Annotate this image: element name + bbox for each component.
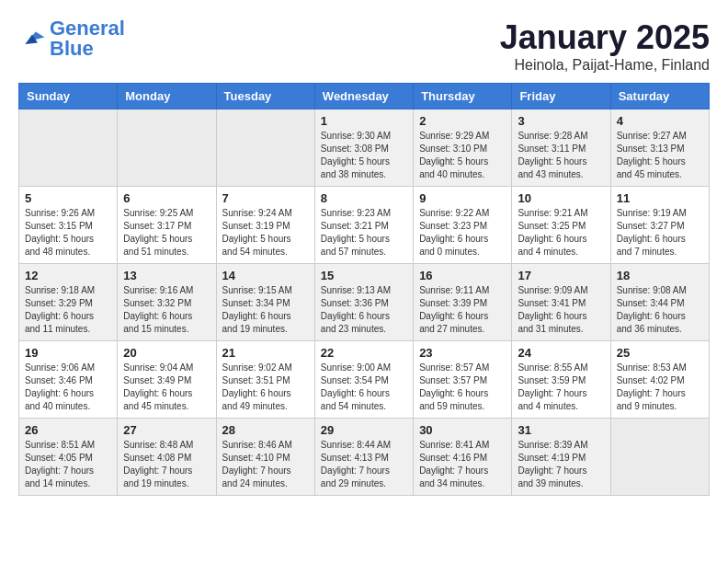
day-number: 1	[321, 114, 407, 128]
day-info: Sunrise: 8:51 AM Sunset: 4:05 PM Dayligh…	[25, 439, 111, 490]
calendar-day-cell: 21Sunrise: 9:02 AM Sunset: 3:51 PM Dayli…	[216, 341, 314, 419]
weekday-header-friday: Friday	[512, 84, 610, 109]
calendar-day-cell: 13Sunrise: 9:16 AM Sunset: 3:32 PM Dayli…	[118, 264, 216, 341]
day-number: 30	[419, 423, 506, 437]
day-info: Sunrise: 9:19 AM Sunset: 3:27 PM Dayligh…	[617, 207, 703, 259]
day-number: 17	[518, 269, 604, 282]
day-info: Sunrise: 9:22 AM Sunset: 3:23 PM Dayligh…	[419, 207, 506, 259]
day-number: 16	[419, 269, 506, 282]
day-info: Sunrise: 8:39 AM Sunset: 4:19 PM Dayligh…	[518, 439, 604, 490]
day-number: 10	[518, 191, 604, 205]
day-info: Sunrise: 9:11 AM Sunset: 3:39 PM Dayligh…	[419, 284, 506, 336]
day-info: Sunrise: 8:41 AM Sunset: 4:16 PM Dayligh…	[419, 439, 506, 490]
day-info: Sunrise: 8:44 AM Sunset: 4:13 PM Dayligh…	[321, 439, 407, 490]
day-info: Sunrise: 9:08 AM Sunset: 3:44 PM Dayligh…	[617, 284, 703, 336]
logo-icon	[18, 25, 46, 52]
calendar-day-cell: 5Sunrise: 9:26 AM Sunset: 3:15 PM Daylig…	[19, 187, 118, 264]
day-info: Sunrise: 9:28 AM Sunset: 3:11 PM Dayligh…	[518, 130, 604, 181]
page-header: General Blue January 2025 Heinola, Paija…	[18, 18, 710, 74]
calendar-day-cell: 18Sunrise: 9:08 AM Sunset: 3:44 PM Dayli…	[610, 264, 709, 341]
day-number: 29	[321, 423, 407, 437]
calendar-day-cell: 15Sunrise: 9:13 AM Sunset: 3:36 PM Dayli…	[314, 264, 413, 341]
calendar-day-cell: 16Sunrise: 9:11 AM Sunset: 3:39 PM Dayli…	[414, 264, 512, 341]
calendar-day-cell: 14Sunrise: 9:15 AM Sunset: 3:34 PM Dayli…	[216, 264, 314, 341]
day-info: Sunrise: 9:23 AM Sunset: 3:21 PM Dayligh…	[321, 207, 407, 259]
day-number: 13	[123, 269, 210, 282]
day-number: 3	[518, 114, 604, 128]
calendar-title: January 2025	[500, 18, 710, 57]
day-info: Sunrise: 9:16 AM Sunset: 3:32 PM Dayligh…	[123, 284, 210, 336]
day-info: Sunrise: 9:18 AM Sunset: 3:29 PM Dayligh…	[25, 284, 111, 336]
calendar-day-cell: 17Sunrise: 9:09 AM Sunset: 3:41 PM Dayli…	[512, 264, 610, 341]
title-block: January 2025 Heinola, Paijat-Hame, Finla…	[500, 18, 710, 74]
calendar-day-cell: 25Sunrise: 8:53 AM Sunset: 4:02 PM Dayli…	[610, 341, 709, 419]
day-number: 5	[25, 191, 111, 205]
calendar-week-row: 1Sunrise: 9:30 AM Sunset: 3:08 PM Daylig…	[19, 109, 710, 187]
day-info: Sunrise: 9:02 AM Sunset: 3:51 PM Dayligh…	[222, 362, 309, 413]
day-number: 6	[123, 191, 210, 205]
weekday-header-wednesday: Wednesday	[314, 84, 413, 109]
weekday-header-monday: Monday	[118, 84, 216, 109]
logo: General Blue	[18, 18, 125, 59]
day-info: Sunrise: 9:06 AM Sunset: 3:46 PM Dayligh…	[25, 362, 111, 413]
day-info: Sunrise: 9:09 AM Sunset: 3:41 PM Dayligh…	[518, 284, 604, 336]
weekday-header-tuesday: Tuesday	[216, 84, 314, 109]
day-number: 7	[222, 191, 309, 205]
day-info: Sunrise: 8:57 AM Sunset: 3:57 PM Dayligh…	[419, 362, 506, 413]
day-info: Sunrise: 8:53 AM Sunset: 4:02 PM Dayligh…	[617, 362, 703, 413]
calendar-day-cell: 27Sunrise: 8:48 AM Sunset: 4:08 PM Dayli…	[118, 419, 216, 496]
day-info: Sunrise: 8:55 AM Sunset: 3:59 PM Dayligh…	[518, 362, 604, 413]
day-number: 28	[222, 423, 309, 437]
day-number: 12	[25, 269, 111, 282]
day-number: 27	[123, 423, 210, 437]
day-number: 31	[518, 423, 604, 437]
day-info: Sunrise: 9:29 AM Sunset: 3:10 PM Dayligh…	[419, 130, 506, 181]
calendar-day-cell: 30Sunrise: 8:41 AM Sunset: 4:16 PM Dayli…	[414, 419, 512, 496]
day-number: 14	[222, 269, 309, 282]
calendar-day-cell: 7Sunrise: 9:24 AM Sunset: 3:19 PM Daylig…	[216, 187, 314, 264]
day-info: Sunrise: 8:48 AM Sunset: 4:08 PM Dayligh…	[123, 439, 210, 490]
calendar-day-cell: 3Sunrise: 9:28 AM Sunset: 3:11 PM Daylig…	[512, 109, 610, 187]
day-number: 24	[518, 346, 604, 360]
calendar-day-cell	[19, 109, 118, 187]
day-info: Sunrise: 9:04 AM Sunset: 3:49 PM Dayligh…	[123, 362, 210, 413]
calendar-day-cell: 1Sunrise: 9:30 AM Sunset: 3:08 PM Daylig…	[314, 109, 413, 187]
calendar-day-cell: 10Sunrise: 9:21 AM Sunset: 3:25 PM Dayli…	[512, 187, 610, 264]
day-number: 4	[617, 114, 703, 128]
calendar-day-cell: 31Sunrise: 8:39 AM Sunset: 4:19 PM Dayli…	[512, 419, 610, 496]
day-number: 15	[321, 269, 407, 282]
day-number: 11	[617, 191, 703, 205]
calendar-week-row: 5Sunrise: 9:26 AM Sunset: 3:15 PM Daylig…	[19, 187, 710, 264]
logo-name: General Blue	[50, 18, 125, 59]
calendar-day-cell: 6Sunrise: 9:25 AM Sunset: 3:17 PM Daylig…	[118, 187, 216, 264]
calendar-day-cell: 12Sunrise: 9:18 AM Sunset: 3:29 PM Dayli…	[19, 264, 118, 341]
day-info: Sunrise: 9:30 AM Sunset: 3:08 PM Dayligh…	[321, 130, 407, 181]
day-number: 18	[617, 269, 703, 282]
calendar-day-cell: 4Sunrise: 9:27 AM Sunset: 3:13 PM Daylig…	[610, 109, 709, 187]
day-number: 9	[419, 191, 506, 205]
weekday-header-thursday: Thursday	[414, 84, 512, 109]
day-info: Sunrise: 9:00 AM Sunset: 3:54 PM Dayligh…	[321, 362, 407, 413]
day-info: Sunrise: 8:46 AM Sunset: 4:10 PM Dayligh…	[222, 439, 309, 490]
calendar-day-cell: 9Sunrise: 9:22 AM Sunset: 3:23 PM Daylig…	[414, 187, 512, 264]
day-info: Sunrise: 9:13 AM Sunset: 3:36 PM Dayligh…	[321, 284, 407, 336]
day-number: 26	[25, 423, 111, 437]
day-number: 19	[25, 346, 111, 360]
calendar-day-cell: 20Sunrise: 9:04 AM Sunset: 3:49 PM Dayli…	[118, 341, 216, 419]
day-number: 25	[617, 346, 703, 360]
day-number: 23	[419, 346, 506, 360]
day-number: 20	[123, 346, 210, 360]
calendar-table: SundayMondayTuesdayWednesdayThursdayFrid…	[18, 83, 710, 496]
calendar-day-cell: 23Sunrise: 8:57 AM Sunset: 3:57 PM Dayli…	[414, 341, 512, 419]
weekday-header-saturday: Saturday	[610, 84, 709, 109]
day-info: Sunrise: 9:15 AM Sunset: 3:34 PM Dayligh…	[222, 284, 309, 336]
day-info: Sunrise: 9:21 AM Sunset: 3:25 PM Dayligh…	[518, 207, 604, 259]
weekday-header-row: SundayMondayTuesdayWednesdayThursdayFrid…	[19, 84, 710, 109]
day-info: Sunrise: 9:26 AM Sunset: 3:15 PM Dayligh…	[25, 207, 111, 259]
calendar-day-cell: 22Sunrise: 9:00 AM Sunset: 3:54 PM Dayli…	[314, 341, 413, 419]
calendar-day-cell: 11Sunrise: 9:19 AM Sunset: 3:27 PM Dayli…	[610, 187, 709, 264]
day-number: 22	[321, 346, 407, 360]
logo-text: General Blue	[50, 18, 125, 59]
calendar-day-cell	[610, 419, 709, 496]
calendar-day-cell: 8Sunrise: 9:23 AM Sunset: 3:21 PM Daylig…	[314, 187, 413, 264]
